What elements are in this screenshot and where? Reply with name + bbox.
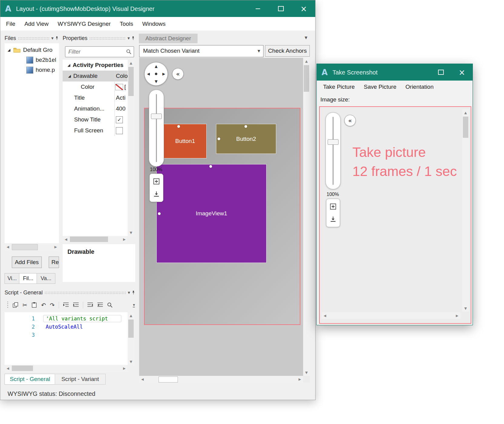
scroll-right-icon[interactable]: ▶ [121,365,128,372]
panel-menu-icon[interactable]: ▾ [51,36,54,41]
property-value[interactable]: Acti [116,94,128,101]
maximize-button[interactable] [269,0,292,17]
anchor-dot[interactable] [244,125,247,128]
view-imageview1[interactable]: ImageView1 [156,164,267,263]
scroll-thumb[interactable] [463,117,468,138]
scroll-right-icon[interactable]: ▶ [52,243,59,250]
properties-hscrollbar[interactable]: ◀ ▶ [63,236,128,243]
panel-menu-icon[interactable]: ▾ [127,36,130,41]
view-button1[interactable]: Button1 [164,124,207,158]
outdent-icon[interactable] [87,302,93,308]
indent-more-icon[interactable] [73,302,79,308]
panel-menu-icon[interactable]: ▾ [128,290,130,295]
cut-icon[interactable]: ✂ [22,302,27,308]
scroll-up-icon[interactable]: ▲ [462,109,469,116]
format-icon[interactable] [97,302,103,308]
redo-icon[interactable]: ↷ [50,302,55,308]
menu-add-view[interactable]: Add View [20,17,53,31]
scroll-left-icon[interactable]: ◀ [5,243,11,250]
script-hscrollbar[interactable]: ◀ ▶ [5,365,128,372]
pin-icon[interactable] [131,36,135,40]
maximize-button[interactable] [430,64,451,81]
scroll-thumb[interactable] [304,65,309,92]
anchor-dot[interactable] [218,137,220,140]
undo-icon[interactable]: ↶ [41,302,46,308]
menu-orientation[interactable]: Orientation [401,81,438,93]
tab-variants[interactable]: Va... [37,273,55,284]
expander-icon[interactable]: ◢ [67,63,70,67]
menu-wysiwyg-designer[interactable]: WYSIWYG Designer [53,17,115,31]
zoom-slider[interactable] [326,112,341,189]
pin-icon[interactable] [55,36,59,40]
tree-item-default-group[interactable]: ◢ Default Gro [5,45,59,55]
preview-vscrollbar[interactable]: ▲ ▼ [462,109,469,312]
scroll-right-icon[interactable]: ▶ [454,312,460,319]
scroll-down-icon[interactable]: ▼ [462,305,469,312]
menu-tools[interactable]: Tools [115,17,138,31]
expander-icon[interactable]: ◢ [8,48,10,52]
dpad-up-icon[interactable]: ▲ [155,65,157,68]
code-editor[interactable]: 1 'All variants script 2 AutoScaleAll 3 [5,312,128,365]
property-row-color[interactable]: Color [ [63,81,128,92]
property-row-animation[interactable]: Animation... 400 [63,103,128,114]
scroll-right-icon[interactable]: ▶ [121,236,128,243]
tab-abstract-designer[interactable]: Abstract Designer [139,34,198,43]
dpad-right-icon[interactable]: ▶ [162,72,165,76]
zoom-slider[interactable] [149,90,164,167]
property-value[interactable]: 400 [116,105,128,112]
remove-files-button[interactable]: Re [49,257,59,268]
search-icon[interactable] [107,302,113,308]
view-button2[interactable]: Button2 [216,124,276,154]
files-hscrollbar[interactable]: ◀ ▶ [5,243,59,250]
dpad-center-dot[interactable] [155,73,157,75]
pin-icon[interactable] [131,290,136,295]
property-row-show-title[interactable]: Show Title ✓ [63,114,128,125]
download-button[interactable] [328,214,338,224]
tree-item-image-2[interactable]: home.p [5,65,59,75]
properties-vscrollbar[interactable]: ▲ ▼ [128,60,134,236]
scroll-up-icon[interactable]: ▲ [303,58,310,65]
search-icon[interactable] [126,49,132,55]
collapse-panel-button[interactable]: « [172,68,184,80]
property-row-drawable[interactable]: ◢ Drawable Colo [63,71,128,81]
close-button[interactable]: × [451,64,473,81]
designer-tab-list-icon[interactable]: ▾ [305,34,307,41]
paste-icon[interactable] [31,302,37,308]
scroll-thumb[interactable] [128,67,134,96]
scroll-up-icon[interactable]: ▲ [128,60,134,66]
close-button[interactable]: × [292,0,315,17]
scroll-thumb[interactable] [128,320,134,338]
tab-script-variant[interactable]: Script - Variant [55,374,106,385]
scroll-thumb[interactable] [12,366,33,371]
scroll-down-icon[interactable]: ▼ [128,358,134,365]
menu-save-picture[interactable]: Save Picture [359,81,401,93]
add-files-button[interactable]: Add Files [12,257,42,268]
menu-file[interactable]: File [2,17,20,31]
fit-to-screen-button[interactable] [328,201,338,212]
dpad-control[interactable]: ▲ ▼ ◀ ▶ [144,62,168,86]
menu-windows[interactable]: Windows [138,17,170,31]
scroll-thumb[interactable] [70,237,108,242]
designer-canvas[interactable]: Button1 Button2 ImageView1 ▲ ▼ ◀ ▶ « 100… [139,58,303,376]
designer-vscrollbar[interactable]: ▲ ▼ [303,58,310,376]
property-row-full-screen[interactable]: Full Screen [63,125,128,136]
full-screen-checkbox[interactable] [116,127,123,134]
toolbar-grip[interactable] [7,301,8,309]
slider-thumb[interactable] [328,139,339,145]
property-row-title[interactable]: Title Acti [63,92,128,103]
preview-hscrollbar[interactable]: ◀ ▶ [322,312,460,319]
anchor-dot[interactable] [158,212,161,215]
tab-files[interactable]: Fil... [19,273,37,284]
property-group-row[interactable]: ◢ Activity Properties [63,60,128,71]
fit-to-screen-button[interactable] [151,176,162,187]
scroll-down-icon[interactable]: ▼ [303,369,310,376]
filter-input[interactable] [68,47,123,56]
collapse-panel-button[interactable]: « [344,115,356,126]
tab-script-general[interactable]: Script - General [5,374,55,385]
minimize-button[interactable] [246,0,269,17]
dpad-down-icon[interactable]: ▼ [155,80,157,83]
check-anchors-button[interactable]: Check Anchors [265,45,310,57]
scroll-left-icon[interactable]: ◀ [63,236,69,243]
scroll-down-icon[interactable]: ▼ [128,229,134,236]
expander-icon[interactable]: ◢ [68,74,71,78]
